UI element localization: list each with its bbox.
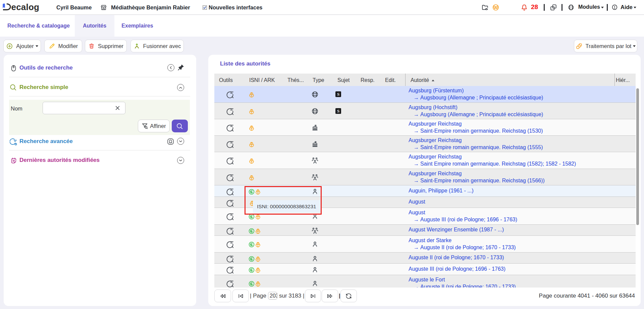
svg-text:ecalog: ecalog	[11, 2, 40, 12]
